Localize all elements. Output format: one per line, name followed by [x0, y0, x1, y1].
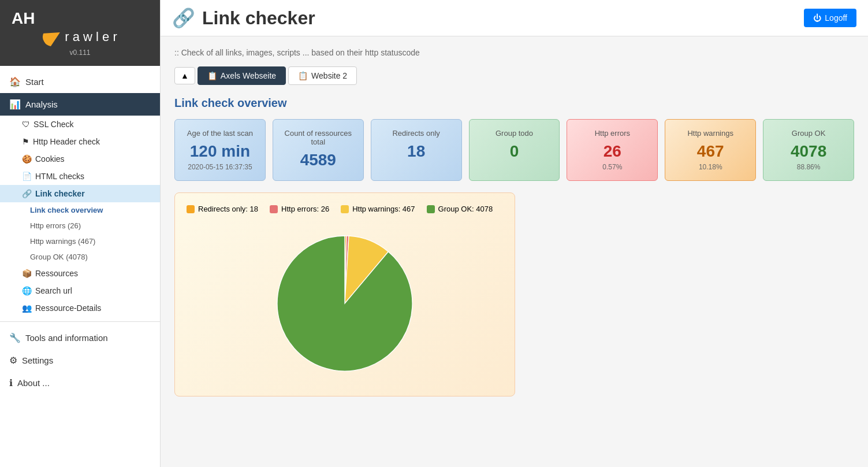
section-title: Link check overview: [174, 97, 854, 110]
package-icon: 📦: [22, 269, 32, 278]
sidebar-label-group-ok: Group OK (4078): [30, 253, 88, 261]
sidebar-label-ssl: SSL Check: [33, 120, 74, 129]
chart-container: Redirects only: 18 Http errors: 26 Http …: [174, 192, 515, 396]
pacman-icon: [39, 24, 65, 50]
stat-value-redirects: 18: [381, 142, 452, 161]
legend-dot-redirects: [187, 205, 195, 213]
power-icon: ⏻: [813, 13, 821, 23]
sidebar: AH r a w l e r v0.111 🏠 Start 📊 Analysis…: [0, 0, 161, 467]
stat-card-total: Count of ressources total 4589: [273, 119, 364, 181]
home-icon: 🏠: [9, 76, 21, 87]
sidebar-item-about[interactable]: ℹ About ...: [0, 372, 160, 394]
legend-label-redirects: Redirects only: 18: [198, 205, 258, 213]
stat-card-http-errors: Http errors 26 0.57%: [567, 119, 658, 181]
sidebar-item-ssl-check[interactable]: 🛡 SSL Check: [0, 116, 160, 133]
logoff-label: Logoff: [825, 13, 847, 23]
sidebar-item-tools[interactable]: 🔧 Tools and information: [0, 327, 160, 349]
tabs-row: ▲ 📋 Axels Webseite 📋 Website 2: [174, 66, 854, 85]
sidebar-nav: 🏠 Start 📊 Analysis 🛡 SSL Check ⚑ Http He…: [0, 66, 160, 399]
legend-label-errors: Http errors: 26: [281, 205, 329, 213]
sidebar-label-cookies: Cookies: [35, 154, 65, 164]
sidebar-item-settings[interactable]: ⚙ Settings: [0, 349, 160, 372]
sidebar-label-tools: Tools and information: [25, 333, 108, 343]
sidebar-item-cookies[interactable]: 🍪 Cookies: [0, 150, 160, 168]
legend-label-ok: Group OK: 4078: [438, 205, 493, 213]
legend-dot-errors: [270, 205, 278, 213]
chart-legend: Redirects only: 18 Http errors: 26 Http …: [187, 205, 503, 213]
page-title: Link checker: [202, 8, 315, 29]
stat-label-http-warnings: Http warnings: [675, 129, 746, 138]
document-icon: 📄: [22, 172, 32, 181]
wrench-icon: 🔧: [9, 332, 21, 343]
main-content: 🔗 Link checker ⏻ Logoff :: Check of all …: [161, 0, 868, 467]
stat-sub-group-ok: 88.86%: [773, 163, 844, 171]
sidebar-item-http-warnings[interactable]: Http warnings (467): [0, 233, 160, 249]
sidebar-label-analysis: Analysis: [25, 99, 58, 109]
stat-value-last-scan: 120 min: [184, 142, 256, 161]
tab-up-button[interactable]: ▲: [174, 67, 195, 84]
logo-subname: r a w l e r: [65, 29, 117, 45]
stat-value-http-warnings: 467: [675, 142, 746, 161]
logo-version: v0.111: [69, 49, 90, 57]
header: 🔗 Link checker ⏻ Logoff: [161, 0, 868, 36]
stat-label-group-todo: Group todo: [479, 129, 550, 138]
gear-icon: ⚙: [9, 355, 17, 366]
sidebar-label-resource-details: Ressource-Details: [35, 303, 101, 313]
sidebar-item-start[interactable]: 🏠 Start: [0, 71, 160, 93]
content-area: :: Check of all links, images, scripts .…: [161, 36, 868, 408]
logoff-button[interactable]: ⏻ Logoff: [804, 9, 856, 27]
sidebar-label-link-checker: Link checker: [35, 189, 85, 198]
sidebar-item-http-header[interactable]: ⚑ Http Header check: [0, 133, 160, 150]
tab-icon-2: 📋: [298, 71, 308, 80]
legend-ok: Group OK: 4078: [427, 205, 493, 213]
tab-label-1: Axels Webseite: [221, 71, 276, 80]
legend-label-warnings: Http warnings: 467: [352, 205, 415, 213]
sidebar-item-html-checks[interactable]: 📄 HTML checks: [0, 168, 160, 185]
tab-website-2[interactable]: 📋 Website 2: [288, 66, 357, 85]
info-icon: ℹ: [9, 377, 13, 388]
tab-icon-1: 📋: [207, 71, 217, 80]
sidebar-item-link-check-overview[interactable]: Link check overview: [0, 202, 160, 218]
sidebar-item-http-errors[interactable]: Http errors (26): [0, 218, 160, 233]
tab-label-2: Website 2: [311, 71, 347, 80]
analysis-icon: 📊: [9, 99, 21, 110]
legend-dot-ok: [427, 205, 435, 213]
stat-label-last-scan: Age of the last scan: [184, 129, 256, 138]
stats-row: Age of the last scan 120 min 2020-05-15 …: [174, 119, 854, 181]
stat-card-redirects: Redirects only 18: [371, 119, 462, 181]
sidebar-item-search-url[interactable]: 🌐 Search url: [0, 282, 160, 299]
legend-warnings: Http warnings: 467: [341, 205, 415, 213]
tab-axels-webseite[interactable]: 📋 Axels Webseite: [198, 66, 286, 85]
legend-redirects: Redirects only: 18: [187, 205, 258, 213]
header-title-group: 🔗 Link checker: [172, 7, 315, 29]
sidebar-item-resources[interactable]: 📦 Ressources: [0, 265, 160, 282]
pie-chart-wrapper: [187, 223, 503, 384]
logo-crawler: r a w l e r: [43, 28, 117, 46]
stat-value-group-todo: 0: [479, 142, 550, 161]
cookie-icon: 🍪: [22, 154, 32, 164]
sidebar-label-http-header: Http Header check: [33, 137, 100, 146]
stat-label-http-errors: Http errors: [576, 129, 648, 138]
sidebar-label-settings: Settings: [22, 355, 53, 365]
stat-card-last-scan: Age of the last scan 120 min 2020-05-15 …: [174, 119, 266, 181]
sidebar-label-start: Start: [25, 77, 44, 87]
sidebar-label-resources: Ressources: [35, 269, 78, 278]
stat-value-http-errors: 26: [576, 142, 648, 161]
sidebar-item-analysis[interactable]: 📊 Analysis: [0, 93, 160, 116]
subtitle: :: Check of all links, images, scripts .…: [174, 48, 854, 57]
stat-label-redirects: Redirects only: [381, 129, 452, 138]
legend-errors: Http errors: 26: [270, 205, 329, 213]
stat-card-http-warnings: Http warnings 467 10.18%: [665, 119, 756, 181]
stat-sub-last-scan: 2020-05-15 16:37:35: [184, 163, 256, 171]
sidebar-item-link-checker[interactable]: 🔗 Link checker: [0, 185, 160, 202]
sidebar-label-http-errors: Http errors (26): [30, 221, 81, 230]
stat-label-total: Count of ressources total: [282, 129, 354, 146]
users-icon: 👥: [22, 303, 32, 313]
sidebar-item-resource-details[interactable]: 👥 Ressource-Details: [0, 299, 160, 317]
stat-label-group-ok: Group OK: [773, 129, 844, 138]
stat-value-group-ok: 4078: [773, 142, 844, 161]
shield-icon: 🛡: [22, 120, 30, 129]
sidebar-item-group-ok[interactable]: Group OK (4078): [0, 249, 160, 265]
link-checker-icon: 🔗: [172, 7, 195, 29]
stat-sub-http-warnings: 10.18%: [675, 163, 746, 171]
